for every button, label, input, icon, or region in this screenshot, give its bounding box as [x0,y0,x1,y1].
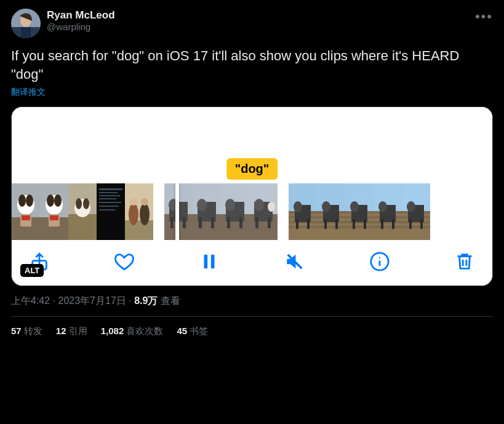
media-card[interactable]: "dog" [11,106,493,286]
svg-rect-27 [99,198,116,199]
svg-rect-10 [22,215,30,220]
svg-rect-29 [99,206,119,207]
svg-rect-54 [239,217,242,228]
svg-rect-111 [420,219,423,229]
svg-rect-42 [183,217,186,228]
views-count: 8.9万 [134,295,158,306]
bookmarks-stat[interactable]: 45 书签 [177,326,208,337]
svg-point-21 [76,198,82,209]
author-names[interactable]: Ryan McLeod @warpling [47,9,115,33]
trash-icon[interactable] [454,251,475,272]
svg-point-69 [294,201,302,212]
svg-rect-90 [353,219,355,229]
svg-rect-87 [345,226,374,228]
more-icon[interactable]: ••• [475,9,493,25]
svg-rect-23 [97,183,125,240]
tweet-header: Ryan McLeod @warpling ••• [11,9,493,38]
svg-rect-25 [99,192,118,193]
svg-rect-61 [268,217,271,228]
svg-rect-110 [409,219,412,229]
svg-rect-80 [324,219,327,229]
svg-point-35 [130,198,137,206]
svg-point-109 [407,201,415,212]
svg-rect-3 [21,27,31,38]
svg-rect-24 [99,188,122,190]
avatar[interactable] [11,9,41,38]
svg-point-89 [350,201,359,212]
thumbnail [221,183,249,240]
tweet-text: If you search for "dog" on iOS 17 it'll … [11,47,493,83]
svg-point-36 [141,198,148,206]
clip-group-3[interactable] [289,183,430,240]
svg-point-59 [268,202,275,212]
alt-badge[interactable]: ALT [20,264,44,277]
thumbnail [125,183,153,240]
svg-rect-32 [125,220,153,240]
time: 上午4:42 [11,295,50,306]
svg-rect-60 [255,217,258,228]
mute-icon[interactable] [284,251,305,272]
svg-rect-71 [307,219,310,229]
filmstrip[interactable] [12,183,492,240]
svg-point-52 [225,199,235,211]
svg-rect-91 [364,219,366,229]
svg-point-118 [379,257,380,258]
svg-point-58 [254,199,264,211]
display-name: Ryan McLeod [47,9,115,22]
media-whitespace: "dog" [12,107,492,183]
svg-point-14 [47,194,54,207]
svg-point-33 [129,203,138,225]
svg-point-34 [140,203,150,225]
svg-rect-17 [50,215,58,220]
scrubber-handle[interactable] [175,183,179,240]
retweets-stat[interactable]: 57 转发 [11,326,42,337]
thumbnail [345,183,374,240]
svg-rect-107 [402,226,430,228]
date: 2023年7月17日 [58,295,126,306]
tweet: Ryan McLeod @warpling ••• If you search … [0,0,504,343]
pause-icon[interactable] [199,251,220,272]
svg-point-7 [18,194,26,207]
heart-icon[interactable] [114,251,135,272]
svg-rect-114 [211,255,215,269]
search-term-badge: "dog" [226,158,278,180]
thumbnail [97,183,125,240]
svg-rect-81 [335,219,338,229]
svg-rect-26 [99,195,120,196]
svg-point-46 [197,199,207,211]
svg-point-79 [322,201,330,212]
svg-rect-41 [170,217,174,228]
thumbnail [317,183,345,240]
thumbnail [12,183,40,240]
thumbnail [193,183,221,240]
svg-rect-100 [381,219,383,229]
svg-rect-19 [68,214,97,240]
clip-group-2[interactable] [164,183,278,240]
thumbnail [289,183,317,240]
svg-rect-28 [99,202,121,203]
svg-point-99 [378,201,387,212]
svg-rect-113 [204,255,208,269]
svg-rect-67 [289,226,317,228]
thumbnail [40,183,68,240]
svg-rect-97 [374,226,402,228]
svg-point-22 [83,198,89,209]
svg-point-15 [54,194,62,207]
views-label: 查看 [161,295,180,306]
svg-rect-53 [227,217,230,228]
likes-stat[interactable]: 1,082 喜欢次数 [101,326,164,337]
thumbnail [68,183,97,240]
svg-point-8 [26,194,33,207]
translate-link[interactable]: 翻译推文 [11,87,493,98]
stats-row: 57 转发 12 引用 1,082 喜欢次数 45 书签 [11,317,493,337]
svg-rect-101 [392,219,394,229]
info-icon[interactable] [369,251,390,272]
clip-group-1[interactable] [12,183,153,240]
media-toolbar [12,240,492,286]
tweet-meta[interactable]: 上午4:42 · 2023年7月17日 · 8.9万 查看 [11,295,493,308]
handle: @warpling [47,22,115,33]
thumbnail [374,183,402,240]
quotes-stat[interactable]: 12 引用 [56,326,87,337]
thumbnail [402,183,430,240]
svg-rect-77 [317,226,345,228]
